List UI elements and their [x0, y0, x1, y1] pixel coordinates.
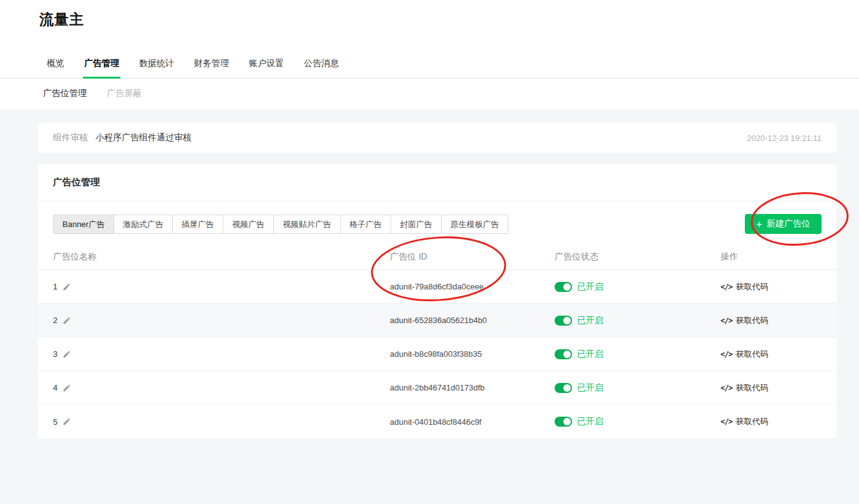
status-toggle[interactable]: [555, 349, 572, 359]
ad-slot-id: adunit-0401b48cf8446c9f: [390, 417, 555, 427]
edit-icon[interactable]: [62, 350, 71, 359]
ad-slot-name: 3: [53, 349, 57, 359]
edit-icon[interactable]: [62, 417, 71, 426]
ad-slot-name: 5: [53, 417, 57, 427]
tab-data-stats[interactable]: 数据统计: [138, 58, 175, 78]
notice-message: 小程序广告组件通过审核: [95, 132, 192, 143]
status-toggle[interactable]: [555, 316, 572, 326]
code-icon: </>: [721, 283, 732, 291]
adtype-interstitial[interactable]: 插屏广告: [172, 215, 223, 234]
get-code-label: 获取代码: [736, 281, 769, 293]
get-code-label: 获取代码: [736, 416, 769, 427]
sub-tabs: 广告位管理 广告屏蔽: [0, 79, 859, 109]
status-toggle[interactable]: [555, 417, 572, 427]
status-label: 已开启: [577, 315, 603, 326]
get-code-button[interactable]: </> 获取代码: [721, 382, 837, 394]
tab-announcements[interactable]: 公告消息: [303, 58, 340, 78]
tab-overview[interactable]: 概览: [46, 58, 66, 78]
new-ad-slot-button[interactable]: + 新建广告位: [745, 214, 822, 234]
code-icon: </>: [721, 417, 732, 426]
adtype-grid[interactable]: 格子广告: [340, 215, 391, 234]
table-row: 5 adunit-0401b48cf8446c9f 已开启 </> 获取代码: [38, 405, 837, 439]
adtype-cover[interactable]: 封面广告: [391, 215, 442, 234]
code-icon: </>: [721, 316, 732, 325]
col-ad-slot-id: 广告位 ID: [390, 251, 555, 263]
get-code-label: 获取代码: [736, 315, 769, 326]
notice-card: 组件审核 小程序广告组件通过审核 2020-12-23 19:21:11: [38, 123, 837, 153]
edit-icon[interactable]: [62, 384, 71, 392]
content-area: 组件审核 小程序广告组件通过审核 2020-12-23 19:21:11 广告位…: [0, 109, 859, 504]
adtype-video[interactable]: 视频广告: [223, 215, 274, 234]
table-row: 3 adunit-b8c98fa003f38b35 已开启 </> 获取代码: [38, 337, 837, 371]
adtype-rewarded[interactable]: 激励式广告: [114, 215, 173, 234]
ad-slot-name: 4: [53, 383, 57, 392]
ad-slot-id: adunit-b8c98fa003f38b35: [390, 349, 555, 359]
panel-toolbar: Banner广告 激励式广告 插屏广告 视频广告 视频贴片广告 格子广告 封面广…: [38, 201, 837, 244]
ad-slot-id: adunit-2bb46741d0173dfb: [390, 383, 555, 392]
ad-slot-id: adunit-652836a05621b4b0: [390, 316, 555, 325]
tab-finance[interactable]: 财务管理: [193, 58, 230, 78]
ad-slot-id: adunit-79a8d6cf3da0ceee: [390, 282, 555, 291]
get-code-label: 获取代码: [736, 382, 769, 394]
adtype-banner[interactable]: Banner广告: [53, 215, 114, 234]
page-header: 流量主 概览 广告管理 数据统计 财务管理 账户设置 公告消息 广告位管理 广告…: [0, 0, 859, 109]
col-ad-slot-status: 广告位状态: [555, 251, 721, 263]
edit-icon[interactable]: [62, 283, 71, 291]
notice-timestamp: 2020-12-23 19:21:11: [747, 133, 822, 143]
code-icon: </>: [721, 350, 732, 359]
notice-tag: 组件审核: [53, 132, 88, 143]
get-code-button[interactable]: </> 获取代码: [721, 349, 837, 360]
main-tabs: 概览 广告管理 数据统计 财务管理 账户设置 公告消息: [0, 58, 859, 79]
plus-icon: +: [756, 219, 762, 230]
status-label: 已开启: [577, 349, 603, 360]
table-header: 广告位名称 广告位 ID 广告位状态 操作: [38, 244, 837, 270]
status-label: 已开启: [577, 281, 603, 293]
status-toggle[interactable]: [555, 282, 572, 292]
tab-account-settings[interactable]: 账户设置: [248, 58, 285, 78]
ad-type-filter: Banner广告 激励式广告 插屏广告 视频广告 视频贴片广告 格子广告 封面广…: [53, 215, 508, 234]
get-code-button[interactable]: </> 获取代码: [721, 315, 837, 326]
table-row: 1 adunit-79a8d6cf3da0ceee 已开启 </> 获取代码: [38, 270, 837, 304]
page-title: 流量主: [0, 0, 859, 29]
ad-slot-name: 2: [53, 316, 57, 325]
col-ad-slot-name: 广告位名称: [53, 251, 390, 263]
status-toggle[interactable]: [555, 383, 572, 393]
subtab-ad-slot-management[interactable]: 广告位管理: [43, 88, 87, 99]
status-label: 已开启: [577, 382, 603, 394]
new-ad-slot-label: 新建广告位: [767, 218, 810, 230]
edit-icon[interactable]: [62, 316, 71, 325]
ad-slot-panel: 广告位管理 Banner广告 激励式广告 插屏广告 视频广告 视频贴片广告 格子…: [38, 164, 837, 439]
subtab-ad-blocking[interactable]: 广告屏蔽: [107, 88, 142, 99]
ad-slot-name: 1: [53, 282, 57, 291]
col-operation: 操作: [721, 251, 837, 263]
table-row: 2 adunit-652836a05621b4b0 已开启 </> 获取代码: [38, 304, 837, 337]
tab-ad-management[interactable]: 广告管理: [83, 58, 120, 78]
adtype-native-template[interactable]: 原生模板广告: [441, 215, 508, 234]
code-icon: </>: [721, 384, 732, 392]
adtype-video-patch[interactable]: 视频贴片广告: [273, 215, 341, 234]
get-code-label: 获取代码: [736, 349, 769, 360]
status-label: 已开启: [577, 416, 603, 427]
get-code-button[interactable]: </> 获取代码: [721, 281, 837, 293]
panel-title: 广告位管理: [38, 164, 837, 201]
table-row: 4 adunit-2bb46741d0173dfb 已开启 </> 获取代码: [38, 371, 837, 405]
get-code-button[interactable]: </> 获取代码: [721, 416, 837, 427]
